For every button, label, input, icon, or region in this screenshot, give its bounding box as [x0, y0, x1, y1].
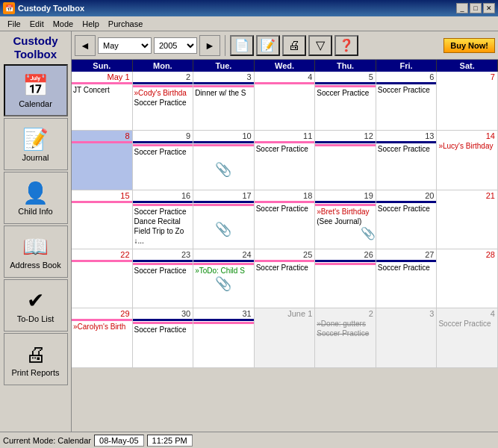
table-row[interactable]: 9 Soccer Practice — [133, 131, 194, 190]
list-item: Soccer Practice — [133, 207, 193, 217]
table-row[interactable]: 6 Soccer Practice — [376, 72, 438, 131]
table-row[interactable]: 25 Soccer Practice — [255, 249, 316, 308]
year-select[interactable]: 20032004200520062007 — [154, 37, 197, 54]
toolbar: ◄ JanuaryFebruaryMarchApril MayJuneJulyA… — [72, 31, 498, 60]
date-num: 23 — [133, 249, 193, 260]
table-row[interactable]: 27 Soccer Practice — [376, 249, 438, 308]
table-row[interactable]: 14 »Lucy's Birthday — [437, 131, 498, 190]
calendar-body: May 1 JT Concert 2 »Cody's Birthda Socce… — [72, 72, 498, 427]
date-num: 28 — [437, 249, 497, 260]
table-row[interactable]: 20 Soccer Practice — [376, 190, 438, 249]
table-row[interactable]: 10 📎 — [193, 131, 255, 190]
sidebar-label-child-info: Child Info — [18, 207, 52, 216]
minimize-button[interactable]: _ — [456, 3, 468, 13]
list-item: »Bret's Birthday — [315, 207, 376, 217]
calendar-icon: 📅 — [22, 73, 49, 98]
new-event-button[interactable]: 📄 — [230, 35, 254, 56]
filter-button[interactable]: ▽ — [308, 35, 332, 56]
pink-bar — [72, 319, 132, 321]
sidebar-item-calendar[interactable]: 📅 Calendar — [4, 64, 68, 116]
help-button[interactable]: ❓ — [334, 35, 358, 56]
pink-bar — [255, 82, 315, 84]
menu-bar: File Edit Mode Help Purchase — [0, 16, 498, 31]
table-row[interactable]: 19 »Bret's Birthday (See Journal) 📎 — [315, 190, 376, 249]
pink-bar — [315, 144, 376, 146]
buy-now-button[interactable]: Buy Now! — [443, 38, 495, 53]
print-button[interactable]: 🖨 — [282, 35, 306, 56]
pink-bar — [133, 85, 193, 87]
list-item: Dinner w/ the S — [193, 88, 254, 98]
table-row[interactable]: 8 — [72, 131, 133, 190]
table-row[interactable]: 31 — [193, 308, 255, 367]
table-row[interactable]: 4 Soccer Practice — [437, 308, 498, 367]
table-row[interactable]: 15 — [72, 190, 133, 249]
list-item: (See Journal) — [315, 217, 376, 226]
date-num: 24 — [193, 249, 254, 260]
month-select[interactable]: JanuaryFebruaryMarchApril MayJuneJulyAug… — [98, 37, 152, 54]
app-title: Custody Toolbox — [18, 4, 84, 13]
list-item: Soccer Practice — [315, 329, 376, 338]
maximize-button[interactable]: □ — [470, 3, 482, 13]
date-num: 3 — [376, 308, 437, 319]
table-row[interactable]: 28 — [437, 249, 498, 308]
sidebar-item-address-book[interactable]: 📖 Address Book — [4, 225, 68, 278]
pink-bar — [255, 141, 315, 143]
header-fri: Fri. — [376, 60, 438, 72]
sidebar-label-calendar: Calendar — [19, 99, 52, 108]
table-row[interactable]: 11 Soccer Practice — [255, 131, 316, 190]
sidebar-item-print-reports[interactable]: 🖨 Print Reports — [4, 333, 68, 385]
prev-button[interactable]: ◄ — [75, 35, 96, 56]
menu-file[interactable]: File — [3, 18, 25, 30]
menu-purchase[interactable]: Purchase — [104, 18, 147, 30]
table-row[interactable]: 2 »Cody's Birthda Soccer Practice — [133, 72, 194, 131]
menu-help[interactable]: Help — [78, 18, 104, 30]
table-row[interactable]: 13 Soccer Practice — [376, 131, 438, 190]
date-num: 29 — [72, 308, 132, 319]
table-row[interactable]: 7 — [437, 72, 498, 131]
address-book-icon: 📖 — [22, 234, 49, 259]
table-row[interactable]: 29 »Carolyn's Birth — [72, 308, 133, 367]
sidebar-item-journal[interactable]: 📝 Journal — [4, 118, 68, 170]
table-row[interactable]: May 1 JT Concert — [72, 72, 133, 131]
status-mode: Current Mode: Calendar — [3, 436, 91, 445]
date-num: 13 — [376, 131, 437, 141]
table-row[interactable]: 12 — [315, 131, 376, 190]
table-row[interactable]: 23 Soccer Practice — [133, 249, 194, 308]
menu-mode[interactable]: Mode — [49, 18, 78, 30]
table-row[interactable]: 30 Soccer Practice — [133, 308, 194, 367]
blue-bar — [315, 260, 376, 262]
date-num: 9 — [133, 131, 193, 141]
edit-button[interactable]: 📝 — [256, 35, 280, 56]
close-button[interactable]: ✕ — [483, 3, 495, 13]
status-bar: Current Mode: Calendar 08-May-05 11:25 P… — [0, 432, 498, 448]
sidebar-item-child-info[interactable]: 👤 Child Info — [4, 172, 68, 224]
table-row[interactable]: 18 Soccer Practice — [255, 190, 316, 249]
pink-bar — [133, 322, 193, 324]
attachment-icon-2: 📎 — [215, 222, 231, 237]
list-item: Soccer Practice — [255, 263, 315, 273]
blue-bar — [376, 141, 437, 143]
sidebar-item-todo-list[interactable]: ✔ To-Do List — [4, 279, 68, 332]
list-item: »Carolyn's Birth — [72, 322, 132, 332]
table-row[interactable]: 4 — [255, 72, 316, 131]
table-row[interactable]: 16 Soccer Practice Dance Recital Field T… — [133, 190, 194, 249]
table-row[interactable]: 5 Soccer Practice — [315, 72, 376, 131]
table-row[interactable]: 17 📎 — [193, 190, 255, 249]
pink-bar — [255, 201, 315, 203]
next-button[interactable]: ► — [199, 35, 220, 56]
table-row[interactable]: 3 Dinner w/ the S — [193, 72, 255, 131]
table-row[interactable]: 26 — [315, 249, 376, 308]
table-row[interactable]: 3 — [376, 308, 438, 367]
table-row[interactable]: 2 »Done: gutters Soccer Practice — [315, 308, 376, 367]
status-date: 08-May-05 — [94, 435, 144, 447]
table-row[interactable]: June 1 — [255, 308, 316, 367]
blue-bar — [315, 82, 376, 84]
date-num: 17 — [193, 190, 254, 201]
table-row[interactable]: 21 — [437, 190, 498, 249]
blue-bar — [376, 82, 437, 84]
table-row[interactable]: 22 — [72, 249, 133, 308]
date-num: 18 — [255, 190, 315, 201]
menu-edit[interactable]: Edit — [25, 18, 49, 30]
table-row[interactable]: 24 »ToDo: Child S 📎 — [193, 249, 255, 308]
list-item: Dance Recital — [133, 217, 193, 226]
